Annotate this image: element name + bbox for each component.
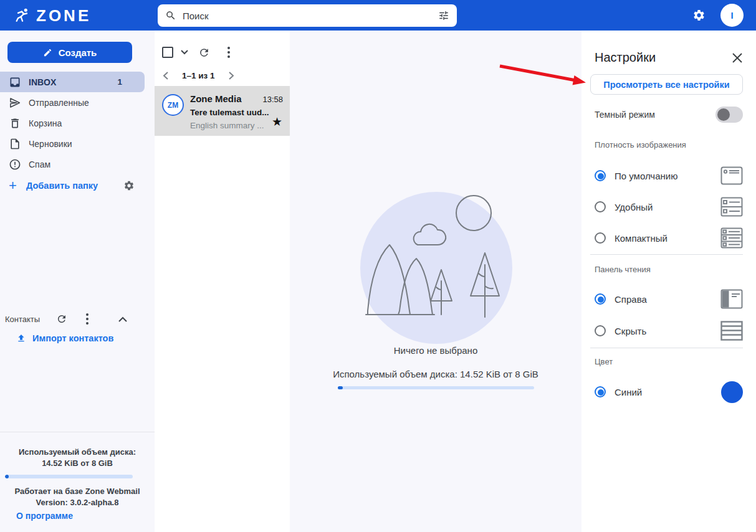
sidebar-item-inbox[interactable]: INBOX 1 — [0, 72, 145, 92]
reading-option-right[interactable]: Справа — [595, 283, 743, 315]
reading-pane-section-title: Панель чтения — [595, 265, 651, 274]
sender-avatar: ZM — [162, 94, 184, 116]
color-section-title: Цвет — [595, 357, 613, 366]
sidebar-disk-usage: Используемый объем диска: 14.52 KiB от 8… — [0, 447, 155, 469]
select-dropdown-icon[interactable] — [181, 50, 188, 55]
option-label: По умолчанию — [615, 171, 677, 181]
divider — [0, 432, 155, 432]
blue-color-swatch[interactable] — [721, 381, 743, 403]
close-icon[interactable] — [732, 53, 742, 63]
avatar[interactable]: I — [720, 4, 744, 27]
disk-usage-progressbar — [5, 475, 133, 478]
compose-button[interactable]: Создать — [7, 42, 132, 63]
radio-icon[interactable] — [595, 201, 606, 212]
folder-label: INBOX — [29, 77, 56, 87]
logo-text: ZONE — [36, 7, 91, 24]
radio-selected-icon[interactable] — [595, 386, 606, 397]
radio-icon[interactable] — [595, 232, 606, 244]
email-list-item[interactable]: ZM Zone Media 13:58 Tere tulemast uud...… — [155, 86, 290, 136]
send-icon — [9, 97, 21, 109]
search-options-icon[interactable] — [438, 10, 449, 21]
refresh-icon[interactable] — [198, 47, 210, 59]
view-all-settings-button[interactable]: Просмотреть все настройки — [590, 74, 743, 95]
radio-selected-icon[interactable] — [595, 170, 606, 181]
trash-icon — [9, 117, 21, 130]
contacts-collapse-icon[interactable] — [118, 316, 127, 322]
folder-label: Спам — [29, 159, 50, 169]
divider — [590, 348, 743, 348]
upload-icon — [16, 333, 26, 343]
density-default-icon — [720, 166, 743, 185]
runner-icon — [14, 7, 31, 24]
contacts-refresh-icon[interactable] — [56, 313, 67, 325]
email-subject: Tere tulemast uud... — [190, 108, 269, 117]
option-label: Синий — [615, 387, 642, 397]
draft-icon — [9, 138, 21, 150]
folder-settings-gear-icon[interactable] — [123, 180, 135, 191]
search-input[interactable] — [183, 11, 438, 21]
reading-option-hide[interactable]: Скрыть — [595, 315, 743, 346]
plus-icon[interactable]: + — [9, 179, 21, 192]
density-section-title: Плотность изображения — [595, 140, 686, 150]
contacts-more-icon[interactable] — [82, 312, 92, 326]
density-option-compact[interactable]: Компактный — [595, 222, 743, 254]
dark-mode-toggle[interactable] — [715, 107, 743, 123]
mail-list-panel: 1–1 из 1 ZM Zone Media 13:58 Tere tulema… — [155, 31, 290, 532]
main-disk-usage-progressbar — [338, 386, 534, 389]
sidebar-item-drafts[interactable]: Черновики — [0, 133, 155, 154]
contacts-title: Контакты — [5, 315, 40, 324]
add-folder-button[interactable]: Добавить папку — [26, 181, 98, 191]
app-logo: ZONE — [14, 7, 91, 24]
reading-hide-icon — [720, 321, 743, 341]
search-bar[interactable] — [158, 4, 457, 27]
folder-label: Отправленные — [29, 98, 89, 108]
sidebar-item-spam[interactable]: Спам — [0, 154, 155, 174]
settings-gear-icon[interactable] — [692, 9, 706, 22]
option-label: Справа — [615, 294, 647, 305]
radio-selected-icon[interactable] — [595, 293, 606, 305]
option-label: Скрыть — [615, 326, 646, 336]
density-option-comfortable[interactable]: Удобный — [595, 191, 743, 222]
email-time: 13:58 — [262, 95, 283, 104]
folder-count: 1 — [117, 77, 122, 87]
main-content: Ничего не выбрано Используемый объем дис… — [290, 31, 581, 532]
empty-state-illustration — [355, 189, 517, 353]
reading-right-icon — [720, 289, 743, 309]
settings-title: Настройки — [595, 50, 656, 65]
sidebar-item-sent[interactable]: Отправленные — [0, 92, 155, 113]
divider — [590, 254, 743, 255]
import-contacts-button[interactable]: Импорт контактов — [16, 333, 113, 343]
import-contacts-label: Импорт контактов — [32, 333, 113, 343]
powered-by: Работает на базе Zone Webmail Version: 3… — [0, 486, 155, 508]
settings-panel: Настройки Просмотреть все настройки Темн… — [581, 31, 756, 532]
toggle-knob — [717, 108, 730, 121]
page-next-icon[interactable] — [229, 72, 234, 80]
density-option-default[interactable]: По умолчанию — [595, 160, 743, 191]
spam-icon — [9, 158, 21, 171]
search-icon — [165, 10, 176, 21]
list-more-icon[interactable] — [224, 45, 234, 59]
select-all-checkbox[interactable] — [162, 47, 173, 58]
compose-label: Создать — [59, 47, 97, 58]
folder-label: Корзина — [29, 118, 62, 128]
folder-label: Черновики — [29, 139, 72, 149]
star-icon[interactable]: ★ — [272, 116, 282, 128]
sidebar: Создать INBOX 1 Отправленные Корзина Чер… — [0, 31, 155, 532]
option-label: Компактный — [615, 233, 667, 244]
email-sender: Zone Media — [190, 93, 242, 104]
dark-mode-label: Темный режим — [595, 110, 655, 120]
option-label: Удобный — [615, 202, 653, 212]
inbox-icon — [9, 76, 21, 88]
pagination-label: 1–1 из 1 — [182, 71, 215, 80]
color-option-blue[interactable]: Синий — [595, 376, 743, 407]
top-bar: ZONE I — [0, 0, 756, 31]
email-preview: English summary ... — [190, 121, 264, 130]
pencil-icon — [43, 48, 52, 57]
sidebar-item-trash[interactable]: Корзина — [0, 113, 155, 133]
density-compact-icon — [720, 227, 743, 249]
nothing-selected-label: Ничего не выбрано — [290, 345, 581, 356]
radio-icon[interactable] — [595, 325, 606, 336]
page-prev-icon[interactable] — [163, 72, 168, 80]
density-comfortable-icon — [720, 197, 743, 217]
about-link[interactable]: О программе — [16, 511, 73, 521]
